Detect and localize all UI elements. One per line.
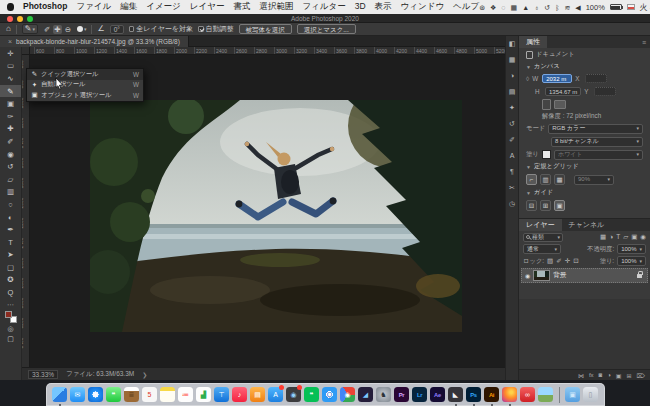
dock-notes[interactable] (160, 385, 176, 405)
shape-tool[interactable]: ▢ (0, 261, 21, 274)
select-and-mask-button[interactable]: 選択とマスク... (297, 24, 356, 34)
select-subject-button[interactable]: 被写体を選択 (239, 24, 292, 34)
brush-settings-panel-icon[interactable]: ✐ (509, 136, 515, 143)
close-tab-icon[interactable]: × (8, 38, 12, 45)
status-chevron-icon[interactable]: ❯ (142, 371, 147, 378)
width-field[interactable]: 2032 m (542, 74, 572, 83)
menu-ウィンドウ[interactable]: ウィンドウ (401, 1, 445, 13)
input-source-flag-icon[interactable] (627, 4, 635, 10)
blur-tool[interactable]: ○ (0, 198, 21, 211)
delete-layer-icon[interactable]: ⌦ (637, 372, 645, 379)
crop-tool[interactable]: ▣ (0, 97, 21, 110)
canvas-color-swatch[interactable] (542, 150, 551, 159)
eraser-tool[interactable]: ▱ (0, 173, 21, 186)
marquee-tool[interactable]: ▭ (0, 60, 21, 73)
ruler-toggle-icon[interactable]: ⌐ (526, 174, 537, 185)
zoom-level-field[interactable]: 33.33% (28, 370, 58, 379)
styles-panel-icon[interactable]: ✦ (509, 104, 515, 111)
y-field[interactable] (594, 87, 616, 96)
healing-brush-tool[interactable]: ✚ (0, 123, 21, 136)
dock-photo-booth[interactable]: ◉ (286, 385, 302, 405)
dock-books[interactable]: ▤ (250, 385, 266, 405)
new-layer-icon[interactable]: ⊞ (626, 372, 631, 379)
dock-creative-cloud[interactable]: ∞ (520, 385, 536, 405)
dock-messages[interactable]: ❝ (106, 385, 122, 405)
new-selection-icon[interactable]: ✐ (43, 25, 51, 34)
menu-編集[interactable]: 編集 (120, 1, 137, 13)
color-mode-select[interactable]: RGB カラー▾ (548, 124, 643, 134)
blend-mode-select[interactable]: 通常▾ (523, 244, 561, 254)
adjustments-panel-icon[interactable]: ◑ (510, 72, 514, 79)
pixel-layer-filter-icon[interactable]: ▦ (600, 233, 606, 241)
background-layer-row[interactable]: ◉ 背景 (521, 268, 648, 283)
dock-chrome[interactable]: ◉ (340, 385, 356, 405)
menu-レイヤー[interactable]: レイヤー (190, 1, 225, 13)
dock-lightroom[interactable]: Lr (412, 385, 428, 405)
home-icon[interactable]: ⌂ (6, 25, 11, 33)
zoom-tool[interactable]: Q (0, 286, 21, 299)
filter-switch-icon[interactable]: ◉ (640, 233, 646, 241)
layer-thumbnail[interactable] (533, 270, 550, 281)
bluetooth-icon[interactable]: ᛒ (555, 4, 559, 11)
add-to-selection-icon[interactable]: ✚ (53, 25, 61, 34)
canvas-fill-select[interactable]: ホワイト▾ (554, 150, 643, 160)
dock-after-effects[interactable]: Ae (430, 385, 446, 405)
object-selection-tool-item[interactable]: ▣オブジェクト選択ツールW (27, 90, 143, 101)
height-field[interactable]: 1354.67 m (545, 87, 581, 96)
dodge-tool[interactable]: ◐ (0, 211, 21, 224)
character-panel-icon[interactable]: A (510, 152, 515, 159)
new-vertical-guide-icon[interactable]: ⊞ (540, 200, 551, 211)
auto-enhance-checkbox[interactable]: 自動調整 (198, 24, 234, 34)
new-horizontal-guide-icon[interactable]: ⊟ (526, 200, 537, 211)
dock-calendar[interactable]: 5 (142, 385, 158, 405)
dock-photoshop[interactable]: Ps (466, 385, 482, 405)
dock-mail[interactable]: ✉ (70, 385, 86, 405)
adjustment-layer-filter-icon[interactable]: ◑ (609, 233, 613, 241)
menu-ファイル[interactable]: ファイル (76, 1, 111, 13)
layer-style-icon[interactable]: fx (589, 372, 594, 378)
dock-firefox[interactable] (502, 385, 518, 405)
screen-mode-icon[interactable]: ▢ (7, 335, 14, 343)
dock-sketch-app[interactable]: ◣ (448, 385, 464, 405)
portrait-orientation-button[interactable] (542, 99, 551, 110)
document-canvas[interactable] (90, 100, 462, 332)
brush-size-picker[interactable]: ▾ (77, 26, 87, 32)
dock-app-store[interactable]: A (268, 385, 284, 405)
dock-keynote[interactable]: ⊤ (214, 385, 230, 405)
asterisk-status-icon[interactable]: ⊛ (479, 4, 485, 11)
history-brush-tool[interactable]: ↺ (0, 160, 21, 173)
sync-status-icon[interactable]: ↺ (544, 4, 550, 11)
close-window-button[interactable] (7, 16, 13, 22)
menu-フィルター[interactable]: フィルター (302, 1, 345, 13)
edit-toolbar-icon[interactable]: ⋯ (7, 301, 14, 309)
tab-channels[interactable]: チャンネル (562, 219, 612, 231)
zoom-window-button[interactable] (27, 16, 33, 22)
link-dimensions-icon[interactable]: ◊ (526, 75, 529, 82)
volume-icon[interactable]: ◀ (575, 4, 580, 11)
menu-イメージ[interactable]: イメージ (146, 1, 181, 13)
menu-選択範囲[interactable]: 選択範囲 (259, 1, 293, 13)
section-collapse-icon[interactable]: ▼ (526, 64, 531, 70)
tab-properties[interactable]: 属性 (519, 36, 547, 48)
wifi-icon[interactable]: ≋ (564, 4, 570, 11)
angle-field[interactable]: 0° (110, 25, 124, 34)
quick-mask-icon[interactable]: ◎ (7, 325, 13, 333)
mountain-status-icon[interactable]: ▲ (522, 4, 529, 11)
new-group-icon[interactable]: ▣ (616, 372, 622, 379)
badge-status-icon[interactable]: ❖ (490, 4, 496, 11)
move-tool[interactable]: ✛ (0, 47, 21, 60)
type-layer-filter-icon[interactable]: T (616, 233, 620, 241)
tab-layers[interactable]: レイヤー (519, 219, 562, 231)
horizontal-ruler[interactable]: 6008001000120014001600180020002200240026… (30, 47, 505, 55)
type-tool[interactable]: T (0, 236, 21, 249)
subtract-from-selection-icon[interactable]: ⊖ (64, 25, 72, 34)
x-field[interactable] (585, 74, 607, 83)
smart-object-filter-icon[interactable]: ▣ (631, 233, 637, 241)
panel-menu-icon[interactable]: ≡ (642, 39, 646, 46)
dock-trash[interactable]: ▯ (583, 385, 599, 405)
lock-pixels-icon[interactable]: ✐ (556, 257, 561, 265)
color-swatches[interactable] (5, 311, 17, 323)
bit-depth-select[interactable]: 8 bit/チャンネル▾ (551, 137, 643, 147)
dock-music[interactable]: ♪ (232, 385, 248, 405)
tool-preset-picker[interactable]: ✎ ▾ (22, 24, 38, 34)
